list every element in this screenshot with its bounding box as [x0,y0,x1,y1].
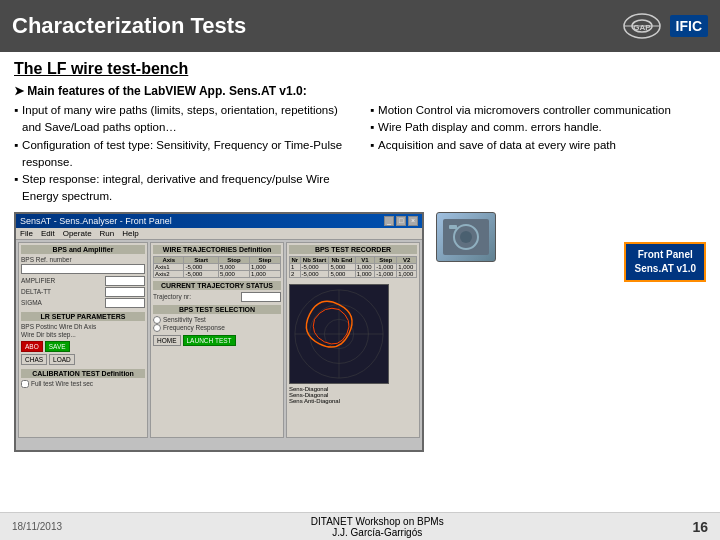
lv-menu-help[interactable]: Help [122,229,138,238]
lv-load-btn[interactable]: LOAD [49,354,75,365]
bullet-left-3-text: Step response: integral, derivative and … [22,171,350,206]
front-panel-line1: Front Panel [634,248,696,262]
lv-menu-edit[interactable]: Edit [41,229,55,238]
lv-delta-input[interactable] [105,287,145,297]
labview-screenshot: SensAT - Sens.Analyser - Front Panel _ □… [14,212,424,452]
lv-radio-freq-label: Frequency Response [163,324,281,332]
section-subtitle: The LF wire test-bench [14,60,706,78]
lv-traj-title: WIRE TRAJECTORIES Definition [153,245,281,254]
lv-menu-file[interactable]: File [20,229,33,238]
lv-maximize-btn[interactable]: □ [396,216,406,226]
lv-rec-th3: Nb End [329,256,355,263]
bullet-left-3: ▪ Step response: integral, derivative an… [14,171,350,206]
lv-rec-row1: 1 -5,000 5,000 1,000 -1,000 1,000 [290,263,417,270]
lv-cur-traj-val[interactable] [241,292,281,302]
lv-abo-btn[interactable]: ABO [21,341,43,352]
left-bullets: ▪ Input of many wire paths (limits, step… [14,102,350,206]
bullet-left-1: ▪ Input of many wire paths (limits, step… [14,102,350,137]
lv-amp-input[interactable] [105,276,145,286]
lv-lr-label2: Wire Dir bits step... [21,331,145,338]
bullet-left-2-text: Configuration of test type: Sensitivity,… [22,137,350,172]
lv-delta-label: DELTA-TT [21,288,103,295]
polar-plot [289,284,389,384]
footer-page-number: 16 [692,519,708,535]
lv-home-btn[interactable]: HOME [153,335,181,346]
lv-rec-r2c1: 2 [290,270,301,277]
lv-rec-r1c1: 1 [290,263,301,270]
lv-rec-r2c2: -5,000 [300,270,329,277]
lv-recorder-table: Nr Nb Start Nb End V1 Step V2 1 -5,000 5… [289,256,417,278]
lv-bps-sel-title: BPS TEST SELECTION [153,305,281,314]
lv-launch-btn[interactable]: LAUNCH TEST [183,335,236,346]
lv-save-btn[interactable]: SAVE [45,341,70,352]
lv-rec-r2c6: 1,000 [397,270,417,277]
lv-traj-s1: -5,000 [184,263,218,270]
lv-rec-r2c4: 1,000 [355,270,375,277]
screenshot-area: SensAT - Sens.Analyser - Front Panel _ □… [14,212,706,452]
lv-radio-frequency[interactable] [153,324,161,332]
lv-traj-e1: 5,000 [218,263,249,270]
lv-th-axis: Axis [154,256,184,263]
lv-window-buttons: _ □ × [384,216,418,226]
lv-sigma-row: SIGMA [21,298,145,308]
lv-bps-panel: BPS and Amplifier BPS Ref. number AMPLIF… [18,242,148,438]
lv-radio-sensitivity[interactable] [153,316,161,324]
lv-traj-e2: 5,000 [218,270,249,277]
bullet-right-1: ▪ Motion Control via micromovers control… [370,102,706,119]
lv-th-start: Start [184,256,218,263]
svg-text:GAP: GAP [633,23,651,32]
lv-recorder-title: BPS TEST RECORDER [289,245,417,254]
lv-cur-traj-row: Trajectory nr: [153,292,281,302]
lv-traj-s2: -5,000 [184,270,218,277]
footer-author: J.J. García-Garrigós [311,527,444,538]
lv-bps-ref-input[interactable] [21,264,145,274]
features-header: ➤ Main features of the LabVIEW App. Sens… [14,84,706,98]
bullet-left-1-text: Input of many wire paths (limits, steps,… [22,102,350,137]
lv-rec-r2c3: 5,000 [329,270,355,277]
lv-traj-ax1: Axis1 [154,263,184,270]
lv-traj-status: CURRENT TRAJECTORY STATUS Trajectory nr: [153,281,281,302]
logo-area: GAP IFIC [622,11,708,41]
instrument-photos [436,212,496,452]
lv-menu-operate[interactable]: Operate [63,229,92,238]
lv-bps-title: BPS and Amplifier [21,245,145,254]
lv-rec-th1: Nr [290,256,301,263]
ific-logo: IFIC [670,15,708,37]
lv-bps-selection: BPS TEST SELECTION Sensitivity Test Freq… [153,305,281,332]
page-title: Characterization Tests [12,13,246,39]
gap-logo-icon: GAP [622,11,662,41]
lv-cal-row1: Full test Wire test sec [21,380,145,388]
lv-title: SensAT - Sens.Analyser - Front Panel [20,216,172,226]
lv-rec-r1c6: 1,000 [397,263,417,270]
lv-menu-run[interactable]: Run [100,229,115,238]
lv-home-launch-row: HOME LAUNCH TEST [153,335,281,346]
lv-traj-st1: 1,000 [249,263,280,270]
footer: 18/11/2013 DITANET Workshop on BPMs J.J.… [0,512,720,540]
front-panel-badge: Front Panel Sens.AT v1.0 [624,242,706,282]
lv-lr-label1: BPS Postinc Wire Dh Axis [21,323,145,330]
lv-titlebar: SensAT - Sens.Analyser - Front Panel _ □… [16,214,422,228]
bullet-left-2: ▪ Configuration of test type: Sensitivit… [14,137,350,172]
lv-th-step: Step [249,256,280,263]
lv-rec-th6: V2 [397,256,417,263]
page-header: Characterization Tests GAP IFIC [0,0,720,52]
lv-minimize-btn[interactable]: _ [384,216,394,226]
lv-cal-cb1[interactable] [21,380,29,388]
bullet-right-2-text: Wire Path display and comm. errors handl… [378,119,602,136]
lv-delta-row: DELTA-TT [21,287,145,297]
lv-rec-th2: Nb Start [300,256,329,263]
lv-amp-label: AMPLIFIER [21,277,103,284]
footer-center: DITANET Workshop on BPMs J.J. García-Gar… [311,516,444,538]
lv-radio-sens-label: Sensitivity Test [163,316,281,324]
lv-bps-ref-label: BPS Ref. number [21,256,145,263]
lv-chas-btn[interactable]: CHAS [21,354,47,365]
main-content: The LF wire test-bench ➤ Main features o… [0,52,720,456]
lv-close-btn[interactable]: × [408,216,418,226]
lv-cal-section: CALIBRATION TEST Definition Full test Wi… [21,369,145,388]
bullet-right-3-text: Acquisition and save of data at every wi… [378,137,616,154]
front-panel-line2: Sens.AT v1.0 [634,262,696,276]
bullet-right-2: ▪ Wire Path display and comm. errors han… [370,119,706,136]
lv-rec-r1c5: -1,000 [375,263,397,270]
lv-sigma-input[interactable] [105,298,145,308]
lv-sigma-label: SIGMA [21,299,103,306]
